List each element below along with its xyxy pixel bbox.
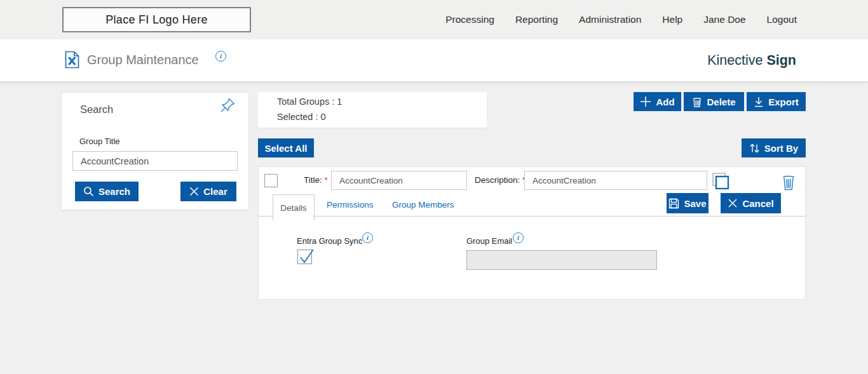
- search-button[interactable]: Search: [75, 182, 139, 201]
- sort-arrows-icon: [749, 143, 760, 154]
- brand-bold: Sign: [766, 53, 796, 68]
- delete-button[interactable]: Delete: [684, 92, 744, 111]
- nav-help[interactable]: Help: [662, 14, 682, 25]
- page-title-info-icon[interactable]: i: [215, 51, 226, 62]
- trash-icon: [692, 96, 702, 107]
- save-button-label: Save: [684, 198, 706, 209]
- close-icon: [728, 198, 738, 208]
- top-bar: Place FI Logo Here Processing Reporting …: [0, 0, 868, 39]
- groups-toolbar: Add Delete Expor: [634, 92, 806, 111]
- tab-divider: [259, 216, 805, 217]
- group-title-search-input[interactable]: [72, 151, 238, 171]
- sort-by-label: Sort By: [764, 143, 798, 154]
- export-button-label: Export: [768, 97, 799, 107]
- description-input[interactable]: [524, 171, 707, 190]
- export-button[interactable]: Export: [747, 92, 806, 111]
- tab-details[interactable]: Details: [273, 194, 315, 220]
- title-input[interactable]: [331, 171, 467, 190]
- add-button-label: Add: [656, 97, 674, 107]
- select-all-label: Select All: [265, 143, 308, 154]
- nav-logout[interactable]: Logout: [767, 14, 797, 25]
- nav-administration[interactable]: Administration: [579, 14, 641, 25]
- pin-icon[interactable]: [219, 97, 236, 114]
- group-email-label: Group Email: [466, 236, 512, 246]
- tab-group-members[interactable]: Group Members: [392, 200, 454, 210]
- brand-logo: Kinective Sign: [707, 53, 796, 69]
- row-trash-icon[interactable]: [782, 173, 796, 190]
- entra-group-sync-info-icon[interactable]: i: [362, 232, 373, 243]
- nav-processing[interactable]: Processing: [445, 14, 494, 25]
- tab-permissions[interactable]: Permissions: [327, 200, 374, 210]
- brand-regular: Kinective: [707, 53, 763, 68]
- plus-icon: [640, 96, 651, 107]
- search-icon: [83, 186, 94, 197]
- entra-group-sync-label: Entra Group Sync: [297, 236, 362, 246]
- total-groups-count: Total Groups : 1: [277, 97, 342, 107]
- fi-logo-placeholder: Place FI Logo Here: [62, 7, 251, 32]
- entra-group-sync-checkbox[interactable]: [297, 250, 312, 264]
- group-maintenance-icon: [64, 51, 81, 69]
- select-all-button[interactable]: Select All: [258, 138, 314, 157]
- delete-button-label: Delete: [707, 97, 735, 107]
- search-button-label: Search: [98, 186, 130, 197]
- save-button[interactable]: Save: [667, 193, 709, 213]
- page-header: Group Maintenance i Kinective Sign: [0, 39, 868, 82]
- group-email-info-icon[interactable]: i: [513, 232, 524, 243]
- nav-user-menu[interactable]: Jane Doe: [703, 14, 745, 25]
- cancel-button-label: Cancel: [742, 198, 773, 209]
- title-field-label: Title: *: [304, 175, 328, 185]
- groups-summary: Total Groups : 1 Selected : 0: [258, 92, 487, 128]
- title-required-marker: *: [325, 175, 328, 185]
- search-panel: Search Group Title Search Clear: [61, 92, 249, 210]
- top-nav: Processing Reporting Administration Help…: [445, 0, 797, 39]
- selected-count: Selected : 0: [277, 112, 326, 122]
- group-row-checkbox[interactable]: [264, 174, 278, 187]
- description-field-label: Description: *: [475, 175, 526, 185]
- clear-button-label: Clear: [203, 186, 227, 197]
- download-icon: [754, 97, 764, 107]
- close-icon: [189, 187, 199, 196]
- nav-reporting[interactable]: Reporting: [515, 14, 558, 25]
- search-panel-title: Search: [80, 104, 113, 116]
- add-button[interactable]: Add: [634, 92, 681, 111]
- sort-by-button[interactable]: Sort By: [742, 138, 806, 157]
- save-disk-icon: [668, 198, 679, 209]
- group-email-input: [466, 250, 657, 270]
- page-title: Group Maintenance: [87, 53, 199, 67]
- group-title-label: Group Title: [79, 137, 120, 146]
- group-maintenance-page: Place FI Logo Here Processing Reporting …: [0, 0, 868, 374]
- cancel-button[interactable]: Cancel: [721, 193, 781, 213]
- copy-icon[interactable]: [711, 171, 730, 190]
- fi-logo-text: Place FI Logo Here: [105, 13, 207, 27]
- group-row-card: Title: * Description: * Details Permissi…: [258, 166, 806, 300]
- clear-button[interactable]: Clear: [180, 182, 236, 201]
